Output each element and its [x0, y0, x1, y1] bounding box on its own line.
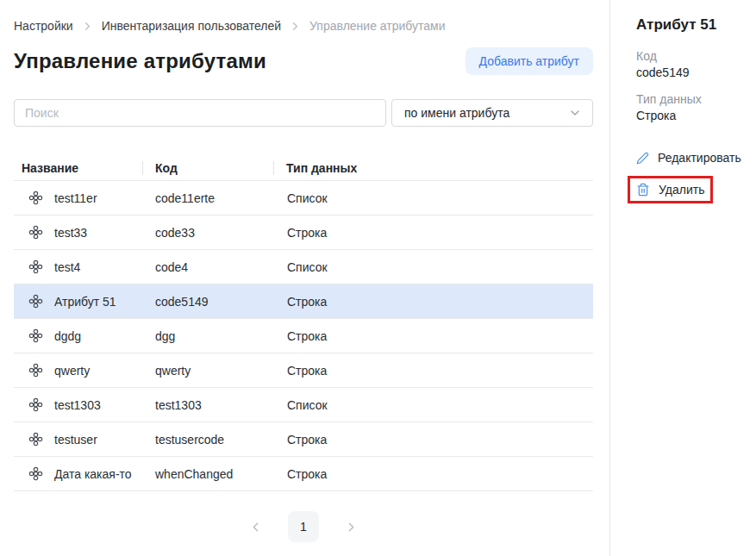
delete-attribute-label: Удалить — [659, 183, 704, 197]
table-row[interactable]: test1303 test1303 Список — [14, 388, 593, 422]
chevron-right-icon — [289, 20, 302, 33]
column-header-code: Код — [142, 155, 273, 180]
attribute-name-cell: testuser — [14, 432, 142, 447]
attribute-type-cell: Строка — [273, 329, 593, 343]
main-content: Настройки Инвентаризация пользователей У… — [0, 0, 609, 556]
search-filter-value: по имени атрибута — [404, 106, 509, 120]
breadcrumb-item-user-inventory[interactable]: Инвентаризация пользователей — [102, 19, 281, 33]
pagination: 1 — [14, 511, 593, 542]
table-row[interactable]: Атрибут 51 code5149 Строка — [14, 284, 593, 319]
table-row[interactable]: test4 code4 Список — [14, 250, 593, 284]
attribute-icon — [28, 259, 43, 274]
attribute-icon — [28, 363, 43, 378]
attribute-code-cell: code11erte — [142, 191, 273, 205]
column-header-type: Тип данных — [273, 155, 593, 180]
table-header: Название Код Тип данных — [14, 155, 593, 181]
breadcrumb-item-settings[interactable]: Настройки — [14, 19, 73, 33]
attribute-icon — [28, 328, 43, 343]
attributes-table: Название Код Тип данных test11er code11e… — [14, 155, 593, 491]
chevron-down-icon — [568, 106, 582, 120]
previous-page-button[interactable] — [248, 520, 263, 534]
pencil-icon — [636, 152, 649, 165]
breadcrumb-item-attribute-management: Управление атрибутами — [309, 19, 445, 33]
delete-attribute-button[interactable]: Удалить — [636, 183, 704, 197]
attribute-name-cell: dgdg — [14, 328, 142, 343]
attribute-type-cell: Список — [273, 191, 593, 205]
attribute-name-cell: test11er — [14, 191, 142, 205]
details-panel: Атрибут 51 Код code5149 Тип данных Строк… — [609, 0, 756, 556]
table-row[interactable]: qwerty qwerty Строка — [14, 353, 593, 388]
details-title: Атрибут 51 — [636, 16, 747, 34]
table-row[interactable]: dgdg dgg Строка — [14, 319, 593, 353]
table-body: test11er code11erte Список test33 code33… — [14, 181, 593, 491]
table-row[interactable]: test11er code11erte Список — [14, 181, 593, 216]
attribute-name: qwerty — [54, 364, 90, 378]
attribute-name: Дата какая-то — [54, 467, 132, 481]
page-number-button[interactable]: 1 — [288, 511, 319, 542]
attribute-name: dgdg — [54, 329, 81, 343]
attribute-type-cell: Строка — [273, 433, 593, 447]
annotation-highlight-box: Удалить — [628, 176, 713, 203]
edit-attribute-label: Редактировать — [658, 151, 741, 165]
search-filter-select[interactable]: по имени атрибута — [391, 99, 593, 127]
attribute-code-cell: code4 — [142, 260, 273, 274]
attribute-type-cell: Список — [273, 398, 593, 412]
attribute-name: testuser — [54, 433, 97, 447]
search-bar: по имени атрибута — [14, 99, 593, 127]
attribute-icon — [28, 397, 43, 412]
attribute-name-cell: test4 — [14, 259, 142, 274]
attribute-name: test4 — [54, 260, 80, 274]
trash-icon — [636, 183, 650, 197]
column-header-name: Название — [14, 155, 142, 180]
details-field-value-code: code5149 — [636, 66, 747, 79]
table-row[interactable]: testuser testusercode Строка — [14, 422, 593, 457]
page-header: Управление атрибутами Добавить атрибут — [14, 47, 593, 75]
attribute-type-cell: Список — [273, 260, 593, 274]
app-window: Настройки Инвентаризация пользователей У… — [0, 0, 756, 556]
page-title: Управление атрибутами — [14, 49, 266, 73]
attribute-code-cell: code5149 — [142, 295, 273, 309]
add-attribute-button[interactable]: Добавить атрибут — [465, 47, 593, 75]
attribute-name-cell: qwerty — [14, 363, 142, 378]
table-row[interactable]: Дата какая-то whenChanged Строка — [14, 457, 593, 491]
attribute-name-cell: test1303 — [14, 397, 142, 412]
attribute-code-cell: dgg — [142, 329, 273, 343]
attribute-icon — [28, 191, 43, 205]
edit-attribute-button[interactable]: Редактировать — [636, 151, 747, 165]
attribute-name-cell: Атрибут 51 — [14, 294, 142, 309]
attribute-icon — [28, 466, 43, 481]
attribute-code-cell: code33 — [142, 226, 273, 240]
attribute-name: test11er — [54, 191, 97, 205]
next-page-button[interactable] — [344, 520, 359, 534]
attribute-type-cell: Строка — [273, 295, 593, 309]
attribute-name-cell: Дата какая-то — [14, 466, 142, 481]
attribute-type-cell: Строка — [273, 467, 593, 481]
attribute-code-cell: testusercode — [142, 433, 273, 447]
attribute-type-cell: Строка — [273, 364, 593, 378]
details-field-label-type: Тип данных — [636, 92, 747, 106]
attribute-icon — [28, 225, 43, 240]
search-input[interactable] — [14, 99, 386, 127]
attribute-name: Атрибут 51 — [54, 295, 116, 309]
attribute-code-cell: qwerty — [142, 364, 273, 378]
attribute-name: test1303 — [54, 398, 101, 412]
attribute-icon — [28, 294, 43, 309]
details-field-value-type: Строка — [636, 109, 747, 122]
attribute-type-cell: Строка — [273, 226, 593, 240]
attribute-name: test33 — [54, 226, 87, 240]
chevron-right-icon — [81, 20, 94, 33]
details-actions: Редактировать Удалить — [636, 151, 747, 203]
details-field-label-code: Код — [636, 49, 747, 63]
attribute-icon — [28, 432, 43, 447]
attribute-name-cell: test33 — [14, 225, 142, 240]
table-row[interactable]: test33 code33 Строка — [14, 216, 593, 250]
attribute-code-cell: test1303 — [142, 398, 273, 412]
attribute-code-cell: whenChanged — [142, 467, 273, 481]
breadcrumb: Настройки Инвентаризация пользователей У… — [14, 19, 593, 33]
